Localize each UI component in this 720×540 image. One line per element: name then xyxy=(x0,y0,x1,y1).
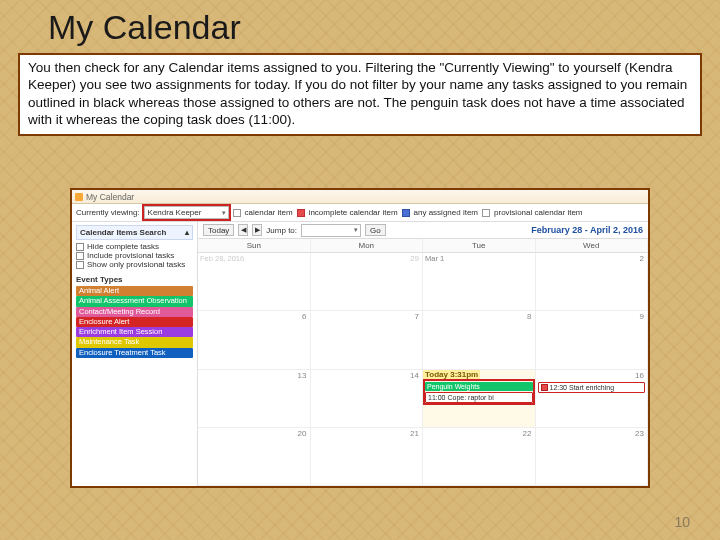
event-type-tag[interactable]: Enrichment Item Session xyxy=(76,327,193,337)
legend-swatch-calendar-item xyxy=(233,209,241,217)
filter-toolbar: Currently viewing: Kendra Keeper calenda… xyxy=(72,204,648,222)
prev-button[interactable]: ◀ xyxy=(238,224,248,236)
calendar-app-window: My Calendar Currently viewing: Kendra Ke… xyxy=(70,188,650,488)
date-number: 29 xyxy=(410,254,419,263)
date-number: 14 xyxy=(410,371,419,380)
calendar-controls: Today ◀ ▶ Jump to: Go February 28 - Apri… xyxy=(198,222,648,239)
calendar-cell[interactable]: 20 xyxy=(198,428,311,486)
calendar-cell[interactable]: 23 xyxy=(536,428,649,486)
day-header: Tue xyxy=(423,239,536,253)
checkbox-label: Show only provisional tasks xyxy=(87,260,185,269)
next-button[interactable]: ▶ xyxy=(252,224,262,236)
sidebar-checkbox-row[interactable]: Hide complete tasks xyxy=(76,242,193,251)
event-type-tag[interactable]: Contact/Meeting Record xyxy=(76,307,193,317)
calendar-cell[interactable]: 7 xyxy=(311,311,424,369)
date-number: 2 xyxy=(640,254,644,263)
calendar-task[interactable]: 12:30 Start enriching xyxy=(538,382,646,394)
calendar-cell[interactable]: 2 xyxy=(536,253,649,311)
date-number: 8 xyxy=(527,312,531,321)
day-header: Mon xyxy=(311,239,424,253)
legend-label: provisional calendar item xyxy=(494,208,583,217)
calendar-cell[interactable]: Mar 1 xyxy=(423,253,536,311)
calendar-area: Today ◀ ▶ Jump to: Go February 28 - Apri… xyxy=(198,222,648,486)
calendar-cell[interactable]: 1612:30 Start enriching xyxy=(536,370,649,428)
calendar-task[interactable]: 11:00 Cope: raptor bi xyxy=(425,392,533,403)
currently-viewing-label: Currently viewing: xyxy=(76,208,140,217)
legend-swatch-incomplete xyxy=(297,209,305,217)
calendar-task[interactable]: Penguin Weights xyxy=(425,382,533,391)
event-type-tag[interactable]: Enclosure Treatment Task xyxy=(76,348,193,358)
sidebar-header[interactable]: Calendar Items Search ▴ xyxy=(76,225,193,240)
calendar-cell[interactable]: 22 xyxy=(423,428,536,486)
go-button[interactable]: Go xyxy=(365,224,386,236)
jump-to-select[interactable] xyxy=(301,224,361,237)
legend-swatch-provisional xyxy=(482,209,490,217)
calendar-cell[interactable]: Feb 28, 2016 xyxy=(198,253,311,311)
event-type-tag[interactable]: Enclosure Alert xyxy=(76,317,193,327)
date-number: 13 xyxy=(298,371,307,380)
calendar-cell[interactable]: 21 xyxy=(311,428,424,486)
window-titlebar: My Calendar xyxy=(72,190,648,204)
event-type-tag[interactable]: Animal Assessment Observation xyxy=(76,296,193,306)
day-header: Wed xyxy=(536,239,649,253)
today-label: Today 3:31pm xyxy=(423,370,480,379)
checkbox-icon[interactable] xyxy=(76,261,84,269)
calendar-cell[interactable]: 8 xyxy=(423,311,536,369)
calendar-grid: SunMonTueWedFeb 28, 201629Mar 1267891314… xyxy=(198,239,648,486)
event-type-tag[interactable]: Animal Alert xyxy=(76,286,193,296)
sidebar-checkbox-row[interactable]: Show only provisional tasks xyxy=(76,260,193,269)
calendar-cell[interactable]: Today 3:31pmPenguin Weights11:00 Cope: r… xyxy=(423,370,536,428)
date-number: 7 xyxy=(415,312,419,321)
event-type-tag[interactable]: Maintenance Task xyxy=(76,337,193,347)
jump-to-label: Jump to: xyxy=(266,226,297,235)
description-box: You then check for any Calendar items as… xyxy=(18,53,702,136)
date-number: 20 xyxy=(298,429,307,438)
event-types-header: Event Types xyxy=(76,275,193,284)
day-header: Sun xyxy=(198,239,311,253)
date-number: 21 xyxy=(410,429,419,438)
checkbox-icon[interactable] xyxy=(76,243,84,251)
today-button[interactable]: Today xyxy=(203,224,234,236)
legend-label: any assigned item xyxy=(414,208,478,217)
page-title: My Calendar xyxy=(48,8,720,47)
date-label: Mar 1 xyxy=(425,254,444,263)
calendar-cell[interactable]: 14 xyxy=(311,370,424,428)
collapse-icon: ▴ xyxy=(185,228,189,237)
date-number: 16 xyxy=(635,371,644,380)
legend-label: incomplete calendar item xyxy=(309,208,398,217)
currently-viewing-select[interactable]: Kendra Keeper xyxy=(144,206,229,219)
calendar-cell[interactable]: 29 xyxy=(311,253,424,311)
date-label: Feb 28, 2016 xyxy=(200,254,244,263)
sidebar: Calendar Items Search ▴ Hide complete ta… xyxy=(72,222,198,486)
date-number: 22 xyxy=(523,429,532,438)
date-range: February 28 - April 2, 2016 xyxy=(531,225,643,235)
calendar-icon xyxy=(75,193,83,201)
calendar-cell[interactable]: 13 xyxy=(198,370,311,428)
checkbox-label: Hide complete tasks xyxy=(87,242,159,251)
checkbox-icon[interactable] xyxy=(76,252,84,260)
checkbox-label: Include provisional tasks xyxy=(87,251,174,260)
page-number: 10 xyxy=(674,514,690,530)
calendar-cell[interactable]: 9 xyxy=(536,311,649,369)
sidebar-header-label: Calendar Items Search xyxy=(80,228,166,237)
date-number: 23 xyxy=(635,429,644,438)
legend-swatch-assigned xyxy=(402,209,410,217)
legend-label: calendar item xyxy=(245,208,293,217)
calendar-cell[interactable]: 6 xyxy=(198,311,311,369)
date-number: 6 xyxy=(302,312,306,321)
sidebar-checkbox-row[interactable]: Include provisional tasks xyxy=(76,251,193,260)
window-title: My Calendar xyxy=(86,192,134,202)
date-number: 9 xyxy=(640,312,644,321)
